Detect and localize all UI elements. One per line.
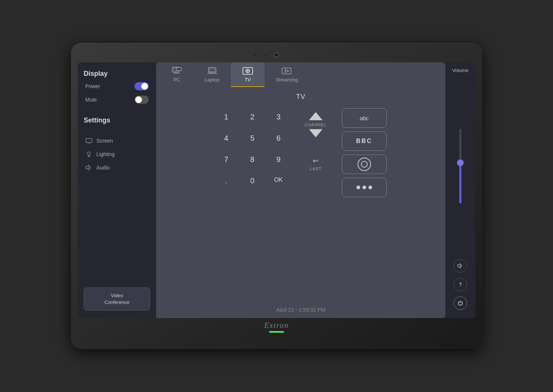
- volume-slider-wrap: [445, 77, 475, 255]
- cbs-eye-icon: [358, 158, 371, 171]
- sensor-right2: [286, 53, 290, 57]
- more-dots-icon: [356, 186, 372, 189]
- svg-marker-7: [86, 165, 89, 170]
- num-3[interactable]: 3: [267, 108, 290, 126]
- channel-down-button[interactable]: [309, 129, 322, 137]
- brand-label: Extron: [78, 318, 475, 334]
- mute-label: Mute: [85, 97, 97, 103]
- audio-label: Audio: [96, 165, 110, 171]
- mute-row: Mute: [84, 96, 150, 104]
- svg-rect-22: [282, 68, 291, 74]
- num-4[interactable]: 4: [215, 130, 237, 147]
- content-panel: TV 1 2 3 4 5 6 7 8 9 . 0: [156, 87, 445, 318]
- last-button[interactable]: ↩ LAST: [310, 157, 322, 171]
- svg-point-3: [87, 152, 90, 155]
- laptop-icon: [207, 67, 218, 75]
- num-5[interactable]: 5: [241, 130, 263, 147]
- numpad: 1 2 3 4 5 6 7 8 9 . 0 OK: [215, 108, 290, 190]
- svg-rect-13: [210, 69, 215, 72]
- main-content: PC Laptop: [156, 62, 445, 318]
- num-dot[interactable]: .: [215, 172, 237, 190]
- sensor-right: [296, 53, 300, 57]
- dot-3: [368, 186, 372, 189]
- brand-text: Extron: [264, 321, 289, 329]
- right-sidebar: Volume ?: [445, 62, 475, 318]
- tab-streaming[interactable]: Streaming: [265, 62, 309, 87]
- dot-1: [356, 186, 360, 189]
- num-1[interactable]: 1: [215, 108, 237, 126]
- audio-icon: [85, 164, 93, 171]
- num-7[interactable]: 7: [215, 151, 237, 168]
- volume-slider[interactable]: [459, 129, 461, 203]
- channel-label: CHANNEL: [305, 122, 327, 127]
- cbs-inner-circle: [361, 161, 368, 168]
- lighting-label: Lighting: [96, 151, 115, 157]
- settings-divider: Settings: [84, 116, 150, 129]
- tv-icon: [242, 67, 253, 75]
- num-ok[interactable]: OK: [267, 172, 290, 190]
- lighting-icon: [85, 150, 93, 158]
- power-toggle[interactable]: [135, 82, 149, 90]
- abc-label: abc: [360, 115, 369, 121]
- help-button[interactable]: ?: [454, 278, 467, 291]
- tab-pc[interactable]: PC: [160, 62, 194, 87]
- power-indicator: [269, 331, 284, 333]
- video-conference-button[interactable]: VideoConference: [84, 287, 150, 311]
- svg-rect-11: [177, 68, 181, 71]
- tab-pc-label: PC: [173, 77, 180, 83]
- svg-point-17: [247, 70, 248, 72]
- streaming-icon: [281, 67, 292, 75]
- camera-lens: [274, 52, 279, 57]
- tab-streaming-label: Streaming: [276, 77, 298, 83]
- last-icon: ↩: [313, 157, 318, 165]
- volume-label: Volume: [452, 68, 468, 73]
- dot-2: [362, 186, 366, 189]
- power-label: Power: [85, 83, 100, 89]
- tab-tv-label: TV: [244, 77, 251, 83]
- num-2[interactable]: 2: [241, 108, 263, 126]
- panel-title: TV: [296, 93, 305, 101]
- screen-item[interactable]: Screen: [84, 134, 150, 147]
- channel-control: CHANNEL ↩ LAST: [305, 112, 327, 171]
- lighting-item[interactable]: Lighting: [84, 147, 150, 161]
- pc-icon: [171, 67, 182, 75]
- num-0[interactable]: 0: [241, 172, 263, 190]
- tab-tv[interactable]: TV: [231, 62, 265, 87]
- last-label: LAST: [310, 167, 322, 171]
- device: Display Power Mute Settings: [71, 43, 482, 349]
- top-bar: [78, 50, 475, 60]
- left-sidebar: Display Power Mute Settings: [78, 62, 156, 318]
- channel-buttons: abc BBC: [342, 108, 387, 197]
- speaker-button[interactable]: [454, 259, 467, 273]
- datetime: April 23 - 1:59:32 PM: [276, 307, 325, 313]
- power-button[interactable]: [454, 296, 467, 310]
- display-title: Display: [84, 70, 150, 78]
- bbc-label: BBC: [356, 138, 373, 144]
- num-8[interactable]: 8: [241, 151, 263, 168]
- tv-controls: 1 2 3 4 5 6 7 8 9 . 0 OK: [164, 108, 438, 197]
- audio-item[interactable]: Audio: [84, 161, 150, 174]
- cbs-button[interactable]: [342, 155, 387, 174]
- svg-marker-23: [285, 69, 289, 72]
- more-button[interactable]: [342, 178, 387, 197]
- sensor-left2: [263, 53, 267, 57]
- screen-icon: [85, 137, 93, 144]
- tab-laptop-label: Laptop: [205, 77, 220, 83]
- settings-title: Settings: [84, 116, 150, 124]
- tab-laptop[interactable]: Laptop: [194, 62, 231, 87]
- channel-up-button[interactable]: [309, 112, 322, 120]
- svg-marker-24: [458, 264, 460, 268]
- num-9[interactable]: 9: [267, 151, 290, 168]
- sensor-left: [253, 53, 257, 57]
- num-6[interactable]: 6: [267, 130, 290, 147]
- power-row: Power: [84, 82, 150, 90]
- svg-rect-0: [86, 139, 92, 143]
- bbc-button[interactable]: BBC: [342, 131, 387, 151]
- screen-label: Screen: [96, 138, 113, 144]
- abc-button[interactable]: abc: [342, 108, 387, 128]
- mute-toggle[interactable]: [135, 96, 149, 104]
- tabs-bar: PC Laptop: [156, 62, 445, 87]
- screen: Display Power Mute Settings: [78, 62, 475, 318]
